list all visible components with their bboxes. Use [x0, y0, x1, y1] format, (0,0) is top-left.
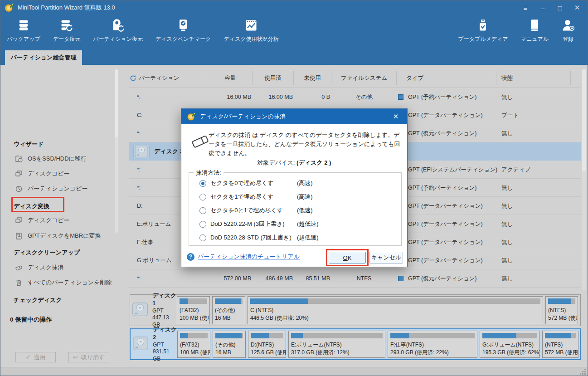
type-cell: GPT (データパーティション)	[398, 106, 507, 124]
type-cell: GPT (データパーティション)	[398, 233, 507, 251]
usage-bar-fill	[390, 333, 409, 338]
radio-fill-one[interactable]: セクタを1で埋め尽くす (高速)	[199, 193, 274, 201]
ok-button[interactable]: OK	[329, 252, 366, 264]
table-row[interactable]: *:16.00 MB16.00 MB0 Bその他GPT (予約パーティション)無…	[129, 88, 581, 106]
dialog-close-icon[interactable]: ✕	[389, 109, 403, 124]
status-cell: 無し	[501, 179, 574, 197]
radio-icon	[199, 234, 206, 241]
partition-block[interactable]: F:仕事(NTFS)293.0 GB (使用済: 22%)	[388, 331, 477, 358]
disk-strip-1[interactable]: ディスク 1GPT447.13 GB(FAT32)100 MB (使用(その他)…	[130, 294, 581, 326]
sidebar-item-wipe-disk[interactable]: ディスク抹消	[15, 264, 63, 272]
sidebar-item-disk-copy[interactable]: ディスクコピー	[15, 170, 70, 178]
bootable-media-icon	[476, 19, 490, 32]
undo-button[interactable]: ↩ 取り消す	[68, 352, 109, 362]
header-unused[interactable]: 未使用	[295, 68, 330, 88]
migrate-os-icon	[15, 155, 23, 163]
filesystem-cell: NTFS	[332, 269, 396, 288]
radio-dod-7pass[interactable]: DoD 5220.28-STD (7回上書き) (超低速)	[199, 234, 292, 242]
radio-fill-zero-one[interactable]: セクタを0と1で埋め尽くす (低速)	[199, 206, 283, 215]
used-cell: 486.49 MB	[253, 269, 293, 288]
status-cell: 無し	[501, 251, 574, 269]
resize-grip[interactable]	[580, 369, 586, 375]
unused-cell: 0 B	[295, 88, 330, 106]
maximize-button[interactable]: □	[552, 2, 568, 14]
partition-block[interactable]: E:ボリューム(NTFS)317.0 GB (使用済: 12%)	[288, 331, 385, 358]
status-cell: 無し	[501, 215, 574, 233]
partition-block[interactable]: (その他)16 MB	[212, 296, 245, 324]
block-info: 572 MB (使用	[548, 314, 575, 322]
partition-block[interactable]: (NTFS)572 MB (使用	[542, 331, 578, 358]
radio-dod-3pass[interactable]: DoD 5220.22-M (3回上書き) (超低速)	[199, 220, 285, 228]
block-info: 125.6 GB (使用:	[251, 349, 283, 356]
type-cell: GPT (データパーティション)	[398, 197, 507, 215]
status-cell: 無し	[501, 124, 574, 142]
disk-strip-2[interactable]: ディスク 2GPT931.51 GB(FAT32)100 MB (使用(その他)…	[130, 328, 581, 360]
toolbar-partition-recovery[interactable]: パーティション復元	[87, 15, 149, 43]
help-icon[interactable]: ?	[187, 253, 194, 261]
toolbar-bootable-media[interactable]: ブータブルメディア	[452, 15, 514, 43]
block-label: F:仕事(NTFS)	[390, 341, 475, 349]
dialog-logo-icon	[187, 112, 196, 121]
block-label: (NTFS)	[548, 307, 575, 314]
status-cell: ブート	[501, 106, 574, 124]
toolbar-manual[interactable]: マニュアル	[515, 15, 555, 43]
header-filesystem[interactable]: ファイルシステム	[332, 68, 396, 88]
partition-block[interactable]: (その他)16 MB	[213, 331, 246, 358]
partition-block[interactable]: G:ボリューム(NTFS)195.3 GB (使用済: 62%)	[480, 331, 540, 358]
disk-blocks: (FAT32)100 MB (使用(その他)16 MBC:(NTFS)446.5…	[177, 296, 578, 324]
usage-bar-fill	[545, 333, 571, 338]
unused-cell: 85.51 MB	[295, 269, 330, 288]
tutorial-link[interactable]: パーティション抹消のチュートリアル	[198, 253, 300, 261]
sidebar-item-disk-copy-2[interactable]: ディスクコピー	[15, 216, 70, 225]
sidebar-item-partition-copy[interactable]: パーティションコピー	[15, 185, 87, 193]
sidebar-scrollbar[interactable]	[115, 69, 118, 233]
header-status[interactable]: 状態	[501, 68, 513, 88]
partition-block[interactable]: (FAT32)100 MB (使用	[177, 296, 210, 324]
radio-fill-zero[interactable]: セクタを0で埋め尽くす (高速)	[199, 179, 274, 187]
partition-block[interactable]: (NTFS)572 MB (使用	[545, 296, 578, 324]
target-device-line: 対象デバイス: (ディスク 2 )	[181, 159, 407, 167]
menu-icon[interactable]: ≡	[518, 2, 533, 14]
block-info: 317.0 GB (使用済: 12%)	[291, 349, 383, 356]
block-info: 16 MB	[215, 349, 243, 356]
status-bar	[0, 367, 588, 376]
toolbar-disk-benchmark[interactable]: ディスクベンチマーク	[149, 15, 218, 43]
header-used[interactable]: 使用済	[253, 68, 293, 88]
tab-partition-management[interactable]: パーティション総合管理	[5, 50, 82, 65]
partition-block[interactable]: C:(NTFS)446.5 GB (使用済: 20%)	[248, 296, 543, 324]
partition-recovery-icon	[111, 19, 125, 32]
data-recovery-icon	[60, 19, 73, 32]
disk-size: 931.51 GB	[153, 348, 177, 362]
table-scrollbar[interactable]	[582, 68, 586, 290]
header-type[interactable]: タイプ	[406, 68, 423, 88]
cancel-button[interactable]: キャンセル	[369, 252, 403, 264]
apply-button[interactable]: ✓ 適用	[15, 352, 56, 362]
undo-icon: ↩	[73, 354, 78, 361]
toolbar-register[interactable]: 登録	[555, 15, 581, 43]
partition-type-icon	[398, 94, 403, 100]
delete-partitions-icon	[15, 279, 23, 287]
header-partition[interactable]: パーティション	[139, 68, 179, 88]
disk-usage-icon	[244, 19, 258, 32]
table-header: パーティション 容量 使用済 未使用 ファイルシステム タイプ 状態	[129, 68, 581, 88]
disk-meta: ディスク 2GPT931.51 GB	[153, 326, 177, 363]
type-cell: GPT (予約パーティション)	[398, 88, 507, 106]
toolbar-disk-usage[interactable]: ディスク使用状況分析	[217, 15, 285, 43]
partition-block[interactable]: (FAT32)100 MB (使用	[177, 331, 210, 358]
capacity-cell: 572.00 MB	[209, 269, 251, 288]
toolbar-data-recovery[interactable]: データ復元	[47, 15, 87, 43]
backup-icon	[17, 19, 30, 32]
close-button[interactable]: ✕	[569, 2, 585, 14]
type-cell: GPT (EFIシステムパーティション)	[398, 161, 507, 179]
minimize-button[interactable]: –	[535, 2, 550, 14]
sidebar-item-migrate-os[interactable]: OSをSSD/HDDに移行	[15, 155, 87, 163]
toolbar-backup[interactable]: バックアップ	[0, 15, 47, 43]
sidebar-item-delete-all-partitions[interactable]: すべてのパーティションを削除	[15, 278, 112, 287]
block-label: E:ボリューム(NTFS)	[291, 341, 383, 349]
partition-block[interactable]: D:(NTFS)125.6 GB (使用:	[248, 331, 286, 358]
refresh-icon[interactable]	[130, 68, 136, 88]
table-row[interactable]: *:572.00 MB486.49 MB85.51 MBNTFSGPT (復元パ…	[129, 269, 581, 288]
used-cell: 16.00 MB	[253, 88, 293, 106]
sidebar-item-gpt-to-mbr[interactable]: GPTディスクをMBRに変換	[15, 232, 101, 240]
header-capacity[interactable]: 容量	[209, 68, 251, 88]
